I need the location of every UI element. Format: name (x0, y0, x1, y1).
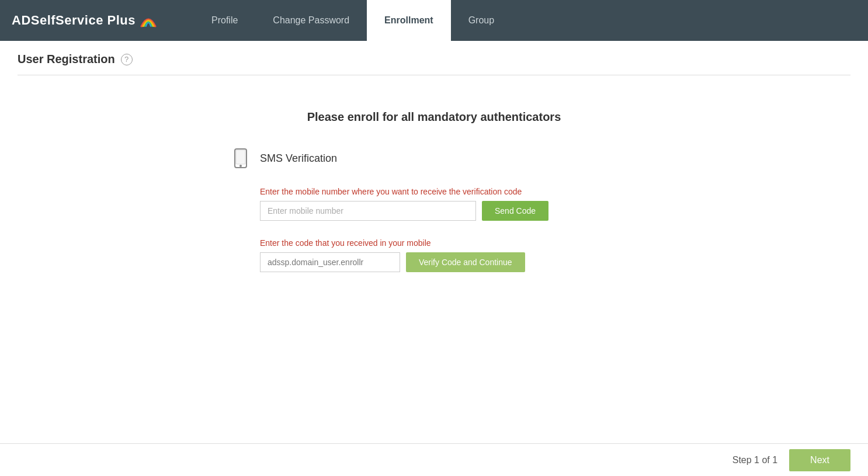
svg-point-2 (239, 165, 242, 167)
next-button[interactable]: Next (789, 449, 850, 471)
step-label: Step 1 of 1 (732, 455, 777, 465)
mobile-form-row: Send Code (260, 201, 638, 221)
sms-section: SMS Verification Enter the mobile number… (230, 147, 638, 290)
send-code-button[interactable]: Send Code (482, 201, 548, 221)
nav-item-enrollment[interactable]: Enrollment (367, 0, 451, 41)
help-icon[interactable]: ? (121, 54, 133, 65)
logo: ADSelfService Plus (12, 10, 159, 31)
page-title-row: User Registration ? (18, 53, 850, 75)
page-title: User Registration (18, 53, 115, 66)
verify-code-button[interactable]: Verify Code and Continue (406, 252, 525, 272)
mobile-input[interactable] (260, 201, 476, 221)
nav-item-change-password[interactable]: Change Password (255, 0, 367, 41)
app-name: ADSelfService Plus (12, 13, 136, 28)
sms-title-row: SMS Verification (230, 147, 638, 169)
mobile-form-block: Enter the mobile number where you want t… (260, 187, 638, 221)
code-form-block: Enter the code that you received in your… (260, 238, 638, 272)
page-content: User Registration ? Please enroll for al… (0, 41, 868, 301)
header: ADSelfService Plus Profile Change Passwo… (0, 0, 868, 41)
nav-item-group[interactable]: Group (451, 0, 512, 41)
enroll-heading: Please enroll for all mandatory authenti… (307, 110, 561, 124)
code-form-row: Verify Code and Continue (260, 252, 638, 272)
svg-rect-1 (236, 150, 245, 164)
main-area: Please enroll for all mandatory authenti… (18, 75, 850, 290)
mobile-label: Enter the mobile number where you want t… (260, 187, 638, 196)
code-input[interactable] (260, 252, 400, 272)
nav-item-profile[interactable]: Profile (194, 0, 255, 41)
main-nav: Profile Change Password Enrollment Group (194, 0, 512, 41)
phone-icon (230, 147, 252, 169)
logo-icon (138, 10, 159, 31)
sms-title: SMS Verification (260, 152, 337, 165)
code-label: Enter the code that you received in your… (260, 238, 638, 248)
footer: Step 1 of 1 Next (0, 443, 868, 476)
